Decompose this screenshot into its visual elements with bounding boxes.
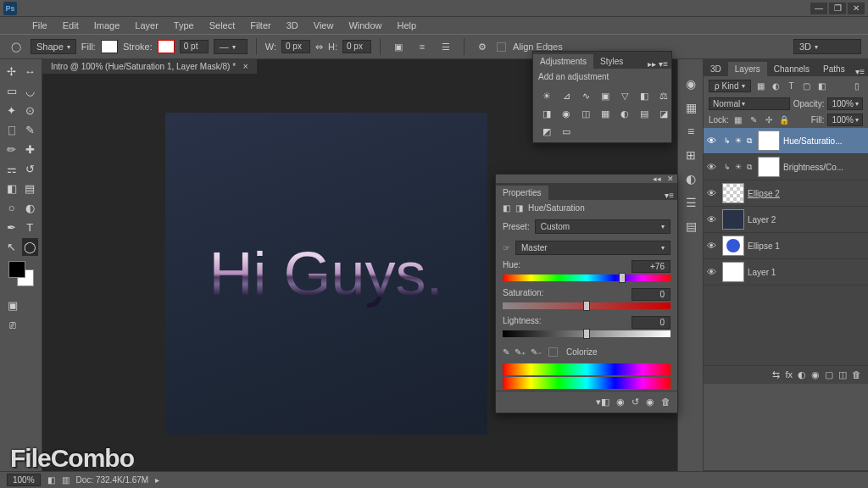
layer-thumb[interactable] (722, 262, 744, 282)
window-minimize[interactable]: — (810, 3, 827, 14)
path-ops-icon[interactable]: ▣ (389, 37, 408, 56)
eyedrop-icon[interactable]: ✎ (503, 347, 509, 357)
arrange-icon[interactable]: ☰ (437, 37, 455, 56)
layer-item[interactable]: 👁Layer 1 (704, 259, 868, 286)
menu-image[interactable]: Image (87, 19, 127, 32)
eraser-tool-icon[interactable]: ◧ (3, 180, 20, 197)
panel-menu-icon[interactable]: ▾≡ (852, 67, 868, 76)
ellipse-tool-icon[interactable]: ◯ (22, 238, 39, 256)
mask-kind-icon[interactable]: ◨ (515, 203, 523, 213)
align-edges-checkbox[interactable] (497, 42, 506, 52)
curves-icon[interactable]: ∿ (577, 88, 594, 103)
libraries-panel-icon[interactable]: ⊞ (682, 146, 700, 164)
hand-icon[interactable]: ☞ (503, 243, 510, 252)
layer-visibility-icon[interactable]: 👁 (707, 136, 719, 146)
layer-name[interactable]: Layer 2 (748, 215, 865, 225)
fill-value[interactable]: 100% (827, 114, 863, 126)
layer-filter-kind[interactable]: ρ Kind (709, 80, 751, 92)
mask-icon[interactable]: ◐ (798, 369, 806, 380)
layer-visibility-icon[interactable]: 👁 (707, 267, 719, 277)
close-icon[interactable]: ✕ (667, 175, 674, 183)
layer-item[interactable]: 👁Layer 2 (704, 207, 868, 233)
layer-item[interactable]: 👁↳☀⧉Hue/Saturatio... (704, 128, 868, 154)
threshold-icon[interactable]: ◪ (655, 106, 672, 121)
colorbalance-icon[interactable]: ⚖ (655, 88, 672, 103)
tab-layers[interactable]: Layers (728, 62, 767, 76)
window-restore[interactable]: ❐ (829, 3, 846, 14)
filter-smart-icon[interactable]: ◧ (815, 80, 827, 92)
layer-thumb[interactable] (722, 209, 744, 230)
lock-pixels-icon[interactable]: ✎ (748, 114, 760, 126)
layer-item[interactable]: 👁Ellipse 1 (704, 233, 868, 259)
menu-filter[interactable]: Filter (243, 19, 277, 32)
menu-3d[interactable]: 3D (280, 19, 305, 32)
history-brush-tool-icon[interactable]: ↺ (22, 160, 39, 178)
layer-visibility-icon[interactable]: 👁 (707, 188, 719, 198)
brightness-icon[interactable]: ☀ (538, 88, 555, 103)
fill-swatch[interactable] (101, 40, 118, 53)
mini-panel-icon2[interactable]: ☰ (682, 193, 700, 212)
color-panel-icon[interactable]: ◉ (682, 75, 700, 93)
document-tab[interactable]: Intro @ 100% (Hue/Saturation 1, Layer Ma… (42, 59, 257, 75)
quick-select-tool-icon[interactable]: ⊙ (22, 102, 39, 119)
panel-menu-icon[interactable]: ▸▸ ▾≡ (644, 59, 671, 69)
filter-type-icon[interactable]: T (785, 80, 797, 92)
layer-mask-thumb[interactable] (758, 157, 780, 177)
hue-value[interactable]: +76 (632, 260, 670, 273)
layer-visibility-icon[interactable]: 👁 (707, 241, 719, 251)
tab-styles[interactable]: Styles (593, 54, 630, 69)
dodge-tool-icon[interactable]: ◐ (22, 199, 39, 217)
selective-icon[interactable]: ◩ (538, 124, 555, 139)
filter-adjust-icon[interactable]: ◐ (770, 80, 782, 92)
layer-name[interactable]: Hue/Saturatio... (783, 136, 865, 146)
tab-properties[interactable]: Properties (496, 186, 548, 200)
layer-name[interactable]: Ellipse 1 (748, 241, 865, 251)
opacity-value[interactable]: 100% (827, 97, 863, 110)
brush-tool-icon[interactable]: ✏ (3, 141, 20, 158)
delete-adj-icon[interactable]: 🗑 (661, 396, 670, 408)
saturation-slider[interactable] (503, 302, 670, 309)
type-tool-icon[interactable]: T (22, 219, 39, 236)
screen-mode-icon[interactable]: ⎚ (3, 316, 21, 334)
crop-tool-icon[interactable]: ⎕ (3, 121, 20, 139)
shape-tool-icon[interactable]: ◯ (7, 37, 25, 56)
layer-name[interactable]: Ellipse 2 (748, 189, 865, 198)
invert-icon[interactable]: ◐ (616, 106, 633, 121)
photofilter-icon[interactable]: ◉ (558, 106, 575, 121)
colorize-checkbox[interactable] (548, 347, 558, 357)
stroke-width-field[interactable]: 0 pt (180, 40, 209, 53)
canvas[interactable]: Hi Guys. (165, 113, 487, 435)
toggle-visibility-icon[interactable]: ◉ (646, 396, 654, 408)
clip-icon[interactable]: ▾◧ (596, 396, 609, 408)
layer-visibility-icon[interactable]: 👁 (707, 214, 719, 225)
menu-layer[interactable]: Layer (128, 19, 165, 32)
doc-info-menu-icon[interactable]: ▸ (155, 475, 159, 485)
gradient-tool-icon[interactable]: ▤ (22, 180, 39, 197)
zoom-level[interactable]: 100% (7, 474, 41, 486)
layer-mask-thumb[interactable] (758, 130, 780, 151)
panel-menu-icon[interactable]: ▾≡ (661, 191, 677, 200)
menu-view[interactable]: View (307, 19, 341, 32)
tab-paths[interactable]: Paths (816, 62, 852, 76)
reset-icon[interactable]: ↺ (632, 396, 639, 408)
history-panel-icon[interactable]: ≡ (682, 122, 700, 141)
stroke-style-dropdown[interactable]: — (214, 39, 248, 54)
eyedrop-minus-icon[interactable]: ✎₋ (531, 347, 542, 357)
gear-icon[interactable]: ⚙ (473, 37, 492, 56)
channelmix-icon[interactable]: ◫ (577, 106, 594, 121)
mini-panel-icon[interactable]: ◐ (682, 169, 700, 188)
saturation-value[interactable]: 0 (632, 288, 670, 301)
pen-tool-icon[interactable]: ✒ (3, 219, 20, 236)
link-layers-icon[interactable]: ⇆ (772, 369, 780, 380)
path-select-tool-icon[interactable]: ↖ (3, 238, 20, 256)
new-group-icon[interactable]: ▢ (825, 369, 833, 380)
lock-all-icon[interactable]: 🔒 (778, 114, 790, 126)
layer-name[interactable]: Brightness/Co... (783, 163, 865, 172)
hue-slider[interactable] (503, 274, 670, 281)
layer-name[interactable]: Layer 1 (748, 268, 865, 277)
filter-toggle-icon[interactable]: ▯ (851, 80, 863, 92)
new-layer-icon[interactable]: ◫ (838, 369, 847, 380)
align-icon[interactable]: ≡ (413, 37, 431, 56)
eyedropper-tool-icon[interactable]: ✎ (22, 121, 39, 139)
eyedrop-plus-icon[interactable]: ✎₊ (515, 347, 526, 357)
